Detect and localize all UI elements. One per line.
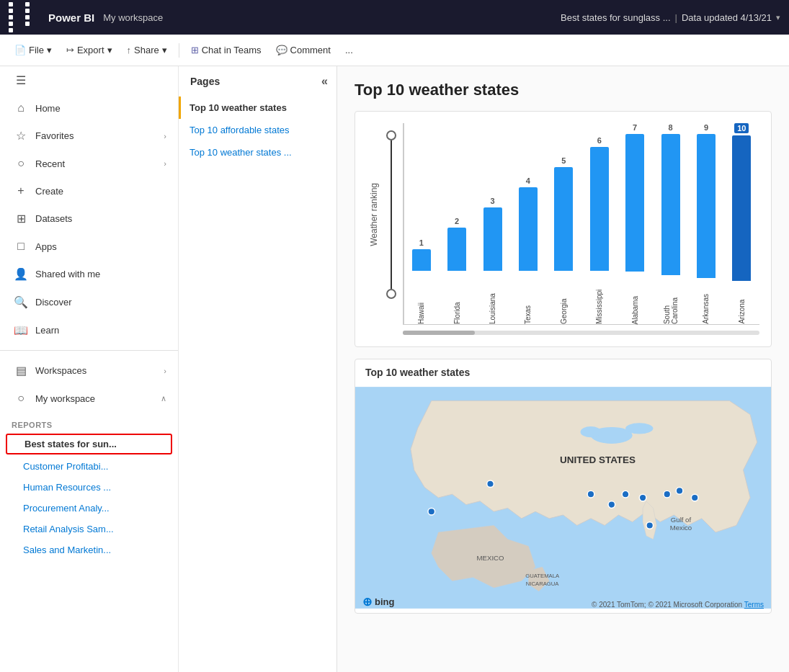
page-item-top10affordable[interactable]: Top 10 affordable states [179, 119, 336, 141]
svg-text:MEXICO: MEXICO [477, 554, 504, 562]
bar-arkansas: 9 Arkansas [688, 123, 723, 324]
bar-florida: 2 Florida [439, 123, 474, 324]
map-svg: UNITED STATES MEXICO Gulf of Mexico GUAT… [355, 382, 771, 613]
nav-collapse[interactable]: ☰ [0, 66, 178, 94]
workspace-name[interactable]: My workspace [103, 12, 163, 23]
myworkspace-label: My workspace [35, 393, 95, 404]
bar-chart: 1 Hawaii 2 Florida 3 Louisiana [403, 123, 759, 325]
page-top10affordable-label: Top 10 affordable states [190, 125, 290, 135]
bing-logo: ⊕ [362, 595, 372, 609]
hawaii-dot [428, 508, 435, 515]
mississippi-dot [639, 494, 646, 501]
bar-georgia: 5 Georgia [546, 123, 581, 324]
share-chevron-icon: ▾ [162, 45, 167, 55]
toolbar: 📄 File ▾ ↦ Export ▾ ↑ Share ▾ ⊞ Chat in … [0, 35, 789, 66]
pages-panel: Pages « Top 10 weather states Top 10 aff… [179, 66, 337, 672]
report-item-retail[interactable]: Retail Analysis Sam... [0, 519, 178, 539]
sidebar-item-recent[interactable]: ○ Recent › [0, 150, 178, 177]
hamburger-icon: ☰ [14, 73, 28, 87]
data-updated: Data updated 4/13/21 [682, 12, 772, 23]
map-container[interactable]: UNITED STATES MEXICO Gulf of Mexico GUAT… [355, 382, 771, 613]
page-top10weather2-label: Top 10 weather states ... [190, 147, 292, 158]
slider-line [391, 140, 392, 289]
pages-collapse-icon[interactable]: « [321, 75, 328, 88]
more-button[interactable]: ... [339, 42, 359, 58]
sidebar-item-apps[interactable]: □ Apps [0, 233, 178, 260]
bar-louisiana-rect [483, 207, 502, 271]
myworkspace-icon: ○ [14, 392, 28, 405]
chart-scrollbar-thumb[interactable] [403, 331, 475, 335]
sidebar-item-discover[interactable]: 🔍 Discover [0, 288, 178, 316]
bar-arizona: 10 Arizona [724, 123, 759, 324]
louisiana-dot [608, 501, 615, 509]
slider-bottom-handle[interactable] [386, 289, 396, 299]
topbar-sep: | [675, 12, 677, 23]
topbar-chevron-icon[interactable]: ▾ [776, 13, 780, 22]
comment-icon: 💬 [276, 45, 287, 55]
workspaces-label: Workspaces [35, 365, 86, 376]
myworkspace-chevron-icon: ∧ [161, 394, 166, 403]
file-button[interactable]: 📄 File ▾ [9, 42, 58, 58]
export-icon: ↦ [66, 45, 74, 55]
report-item-procurement[interactable]: Procurement Analy... [0, 498, 178, 519]
apps-grid-icon[interactable] [9, 2, 40, 32]
bar-alabama: 7 Alabama [617, 123, 652, 324]
discover-icon: 🔍 [14, 295, 28, 309]
chart-scrollbar[interactable] [403, 331, 759, 335]
report-item-best-states[interactable]: Best states for sun... [6, 434, 172, 454]
sidebar-item-favorites[interactable]: ☆ Favorites › [0, 122, 178, 150]
terms-link[interactable]: Terms [744, 601, 764, 609]
sidebar-item-myworkspace[interactable]: ○ My workspace ∧ [0, 385, 178, 412]
share-label: Share [134, 45, 159, 55]
file-icon: 📄 [14, 45, 26, 55]
sales-label: Sales and Marketin... [23, 545, 111, 555]
sidebar-item-home[interactable]: ⌂ Home [0, 94, 178, 122]
chat-in-teams-button[interactable]: ⊞ Chat in Teams [185, 42, 267, 58]
alabama-dot [664, 490, 671, 498]
sidebar-item-learn[interactable]: 📖 Learn [0, 316, 178, 344]
shared-icon: 👤 [14, 267, 28, 281]
svg-text:Gulf of: Gulf of [671, 516, 692, 524]
arkansas-dot [691, 494, 698, 501]
apps-label: Apps [35, 241, 57, 252]
apps-icon: □ [14, 240, 28, 253]
sidebar-item-workspaces[interactable]: ▤ Workspaces › [0, 357, 178, 385]
shared-label: Shared with me [35, 269, 100, 279]
export-chevron-icon: ▾ [107, 45, 112, 55]
svg-point-2 [625, 423, 653, 434]
georgia-dot [622, 490, 629, 498]
y-axis-label: Weather ranking [369, 183, 379, 246]
report-item-customer[interactable]: Customer Profitabi... [0, 456, 178, 477]
recent-label: Recent [35, 158, 65, 169]
share-button[interactable]: ↑ Share ▾ [121, 42, 173, 58]
discover-label: Discover [35, 297, 72, 308]
comment-label: Comment [290, 45, 331, 55]
bar-arizona-rect [732, 135, 751, 281]
sidebar-item-create[interactable]: + Create [0, 177, 178, 205]
svg-text:Mexico: Mexico [670, 524, 692, 532]
svg-point-3 [581, 426, 602, 437]
comment-button[interactable]: 💬 Comment [270, 42, 336, 58]
svg-text:GUATEMALA: GUATEMALA [525, 573, 560, 579]
report-item-sales[interactable]: Sales and Marketin... [0, 539, 178, 560]
workspaces-chevron-icon: › [164, 367, 166, 375]
datasets-icon: ⊞ [14, 212, 28, 225]
sidebar-item-shared[interactable]: 👤 Shared with me [0, 260, 178, 288]
report-item-hr[interactable]: Human Resources ... [0, 477, 178, 498]
bar-louisiana: 3 Louisiana [475, 123, 510, 324]
content-area: Top 10 weather states Weather ranking [337, 66, 789, 672]
sidebar-item-datasets[interactable]: ⊞ Datasets [0, 205, 178, 233]
bar-mississippi-rect [590, 147, 609, 271]
copyright-text: © 2021 TomTom; © 2021 Microsoft Corporat… [592, 601, 742, 609]
slider-top-handle[interactable] [386, 130, 396, 140]
retail-label: Retail Analysis Sam... [23, 524, 114, 534]
export-button[interactable]: ↦ Export ▾ [61, 42, 118, 58]
page-item-top10weather[interactable]: Top 10 weather states [179, 97, 336, 119]
learn-icon: 📖 [14, 323, 28, 337]
map-copyright: © 2021 TomTom; © 2021 Microsoft Corporat… [592, 601, 764, 609]
bar-alabama-rect [625, 134, 644, 272]
file-chevron-icon: ▾ [47, 45, 52, 55]
page-item-top10weather2[interactable]: Top 10 weather states ... [179, 141, 336, 163]
main-layout: ☰ ⌂ Home ☆ Favorites › ○ Recent › + Crea… [0, 66, 789, 672]
report-name: Best states for sunglass ... [561, 12, 670, 23]
